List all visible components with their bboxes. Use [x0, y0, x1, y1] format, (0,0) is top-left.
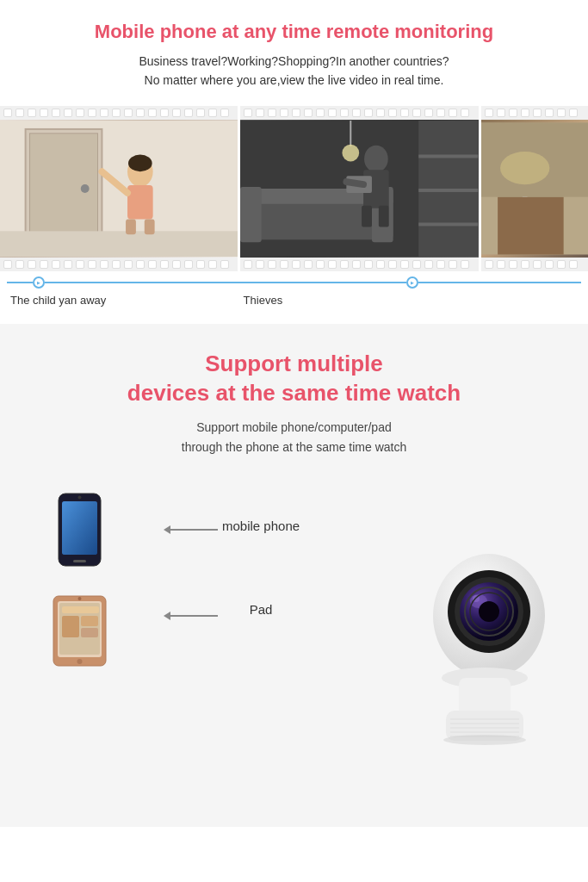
camera-wrap [394, 482, 554, 810]
film-hole [352, 109, 361, 117]
timeline-segment-start [7, 282, 33, 283]
film-hole [172, 260, 181, 269]
film-hole [268, 109, 276, 117]
film-hole [280, 109, 288, 117]
film-hole [112, 109, 121, 117]
film-hole [497, 109, 505, 117]
film-hole [316, 260, 325, 269]
film-hole [40, 260, 48, 269]
timeline-node-2: ▶ [406, 276, 418, 289]
film-hole [256, 109, 264, 117]
svg-point-33 [500, 152, 549, 184]
arrow-head-1 [164, 525, 170, 534]
film-holes-top-3 [481, 106, 588, 120]
monitoring-subtext: Business travel?Working?Shopping?In anot… [34, 52, 554, 90]
film-hole [509, 260, 517, 269]
film-hole [136, 260, 145, 269]
film-hole [292, 260, 300, 269]
film-hole [244, 109, 252, 117]
timeline-section: ▶ ▶ The child yan away Thieves [0, 271, 588, 307]
film-hole [88, 260, 96, 269]
film-hole [88, 109, 96, 117]
film-hole [376, 260, 385, 269]
film-hole [124, 109, 133, 117]
film-hole [15, 109, 24, 117]
film-image-thief [240, 120, 478, 258]
arrow-to-phone [164, 525, 218, 534]
film-hole [148, 109, 157, 117]
svg-rect-24 [362, 206, 372, 227]
film-hole [521, 260, 529, 269]
devices-heading: Support multiple devices at the same tim… [17, 350, 571, 408]
svg-point-42 [78, 597, 82, 600]
film-hole [220, 260, 229, 269]
film-hole [388, 260, 397, 269]
film-hole [352, 260, 361, 269]
film-hole [208, 260, 217, 269]
film-hole [436, 109, 445, 117]
film-hole [545, 260, 554, 269]
film-hole [196, 109, 205, 117]
svg-rect-25 [379, 206, 389, 227]
film-hole [364, 109, 373, 117]
devices-section: Support multiple devices at the same tim… [0, 324, 588, 827]
arrow-line-1 [170, 529, 218, 531]
film-panel-child [0, 106, 238, 271]
film-hole [268, 260, 276, 269]
svg-rect-6 [127, 185, 153, 219]
svg-rect-38 [73, 560, 86, 562]
film-hole [124, 260, 133, 269]
timeline-arrow-1: ▶ [37, 280, 40, 285]
film-hole [208, 109, 217, 117]
timeline-arrow-2: ▶ [411, 280, 414, 285]
film-hole [280, 260, 288, 269]
film-hole [76, 109, 84, 117]
film-hole [304, 109, 313, 117]
film-hole [449, 260, 457, 269]
film-hole [436, 260, 445, 269]
devices-subtext: Support mobile phone/computer/pad throug… [17, 418, 571, 457]
device-label-phone: mobile phone [222, 519, 300, 533]
film-hole [15, 260, 24, 269]
film-hole [461, 109, 469, 117]
partial-scene-svg [481, 120, 588, 258]
film-hole [521, 109, 529, 117]
svg-rect-44 [62, 606, 99, 613]
film-hole [184, 260, 193, 269]
device-label-pad: Pad [222, 602, 300, 617]
film-hole [316, 109, 325, 117]
svg-rect-36 [62, 501, 97, 555]
timeline-labels-row: The child yan away Thieves [7, 294, 581, 307]
timeline-segment-end [418, 282, 581, 283]
film-holes-bottom-2 [240, 258, 478, 271]
svg-point-37 [78, 496, 82, 500]
film-hole [449, 109, 457, 117]
film-hole [3, 260, 12, 269]
film-hole [40, 109, 48, 117]
camera-svg [394, 521, 554, 771]
svg-rect-29 [498, 196, 564, 254]
timeline-segment-middle [45, 282, 406, 283]
child-scene-svg [0, 120, 238, 258]
thief-scene-svg [240, 120, 478, 258]
film-hole [52, 260, 60, 269]
film-hole [76, 260, 84, 269]
film-hole [64, 109, 72, 117]
svg-point-3 [81, 184, 90, 193]
film-hole [292, 109, 300, 117]
film-hole [424, 109, 433, 117]
svg-rect-46 [81, 616, 98, 626]
film-hole [400, 109, 409, 117]
film-hole [569, 109, 578, 117]
svg-rect-47 [81, 628, 98, 637]
film-hole [136, 109, 145, 117]
film-hole [256, 260, 264, 269]
arrow-head-2 [164, 612, 170, 620]
svg-point-66 [443, 735, 526, 745]
film-hole [533, 260, 542, 269]
timeline-label-thieves: Thieves [244, 294, 477, 307]
film-hole [340, 260, 349, 269]
film-hole [569, 260, 578, 269]
film-hole [412, 109, 421, 117]
film-hole [388, 109, 397, 117]
